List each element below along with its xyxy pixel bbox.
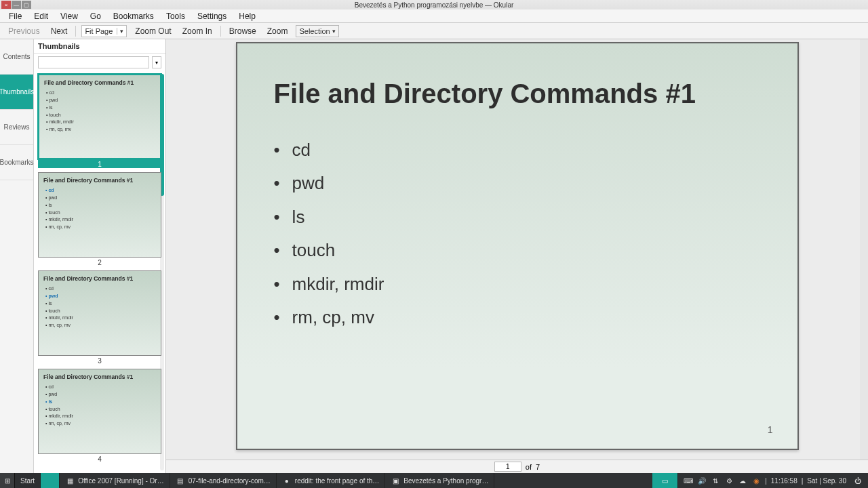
- taskbar: ⊞ Start ▦Office 2007 [Running] - Or… ▤07…: [0, 473, 868, 488]
- thumb-bullet: touch: [45, 308, 156, 315]
- page-bullet: rm, cp, mv: [274, 301, 761, 334]
- page: File and Directory Commands #1 cdpwdlsto…: [236, 42, 799, 450]
- thumb-bullet: pwd: [45, 195, 156, 202]
- browser-icon: ●: [282, 476, 292, 485]
- minimize-icon[interactable]: —: [12, 1, 21, 9]
- selection-combo[interactable]: Selection ▾: [296, 25, 338, 37]
- thumb-page-number: 3: [38, 356, 161, 365]
- thumbnails-filter-input[interactable]: [38, 56, 149, 68]
- close-icon[interactable]: ×: [1, 1, 11, 9]
- task-desktop[interactable]: [41, 473, 60, 488]
- thumb-title: File and Directory Commands #1: [43, 373, 156, 380]
- keyboard-icon[interactable]: ⌨: [684, 476, 693, 485]
- thumb-bullet: cd: [45, 187, 156, 195]
- thumb-bullet: rm, cp, mv: [46, 126, 155, 134]
- separator: [220, 26, 221, 37]
- thumb-bullet: ls: [45, 399, 156, 406]
- menu-view[interactable]: View: [54, 10, 84, 22]
- zoom-in-button[interactable]: Zoom In: [177, 25, 218, 37]
- page-number-indicator: 1: [768, 424, 773, 435]
- thumb-bullet: touch: [45, 406, 156, 413]
- menu-file[interactable]: File: [3, 10, 28, 22]
- thumbnail[interactable]: File and Directory Commands #1cdpwdlstou…: [38, 172, 161, 266]
- thumb-bullet: rm, cp, mv: [45, 322, 156, 329]
- network-icon[interactable]: ⇅: [711, 476, 720, 485]
- task-label: reddit: the front page of th…: [295, 477, 380, 485]
- menu-tools[interactable]: Tools: [160, 10, 191, 22]
- thumb-bullet: pwd: [45, 293, 156, 300]
- sidebar-tab-thumbnails[interactable]: Thumbnails: [0, 75, 33, 110]
- apps-icon[interactable]: ⊞: [0, 473, 15, 488]
- total-pages: 7: [536, 463, 540, 471]
- thumb-page-number: 1: [38, 159, 161, 168]
- thumb-bullet: ls: [45, 300, 156, 308]
- zoom-out-button[interactable]: Zoom Out: [130, 25, 176, 37]
- app-icon: ▦: [65, 476, 75, 485]
- main-area: Contents Thumbnails Reviews Bookmarks Th…: [0, 39, 868, 473]
- task-label: Office 2007 [Running] - Or…: [78, 477, 164, 485]
- date[interactable]: Sat | Sep. 30: [807, 477, 846, 485]
- thumb-bullet: pwd: [45, 391, 156, 399]
- document-scroll[interactable]: File and Directory Commands #1 cdpwdlsto…: [166, 39, 868, 460]
- menu-go[interactable]: Go: [84, 10, 107, 22]
- menubar: File Edit View Go Bookmarks Tools Settin…: [0, 9, 868, 23]
- thumb-bullet: cd: [45, 384, 156, 391]
- pdf-icon: ▤: [176, 476, 185, 485]
- system-tray: ⌨ 🔊 ⇅ ⚙ ☁ ◉ | 11:16:58 | Sat | Sep. 30 ⏻: [678, 476, 868, 485]
- maximize-icon[interactable]: ▢: [22, 1, 31, 9]
- page-bullet: mkdir, rmdir: [274, 268, 761, 301]
- thumb-bullet: mkdir, rmdir: [45, 314, 156, 322]
- sidebar-tab-contents[interactable]: Contents: [0, 39, 33, 75]
- thumbnail[interactable]: File and Directory Commands #1cdpwdlstou…: [38, 369, 161, 463]
- menu-settings[interactable]: Settings: [191, 10, 233, 22]
- settings-icon[interactable]: ⚙: [724, 476, 734, 485]
- start-button[interactable]: Start: [15, 473, 41, 488]
- next-button[interactable]: Next: [45, 25, 73, 37]
- clock[interactable]: 11:16:58: [771, 477, 797, 485]
- titlebar: × — ▢ Bevezetés a Python programozási ny…: [0, 0, 868, 9]
- task-item[interactable]: ▤07-file-and-directory-com…: [170, 473, 277, 488]
- thumbnails-list[interactable]: File and Directory Commands #1cdpwdlstou…: [34, 71, 165, 473]
- task-item[interactable]: ●reddit: the front page of th…: [277, 473, 386, 488]
- thumbnail[interactable]: File and Directory Commands #1cdpwdlstou…: [38, 74, 161, 168]
- tray-sep: |: [802, 477, 804, 485]
- zoom-fit-label: Fit Page: [85, 27, 113, 35]
- thumb-title: File and Directory Commands #1: [44, 79, 155, 86]
- task-label: Bevezetés a Python progr…: [403, 477, 488, 485]
- thumb-bullet: ls: [45, 202, 156, 209]
- menu-help[interactable]: Help: [233, 10, 262, 22]
- thumb-bullet: pwd: [46, 97, 155, 104]
- vertical-scrollbar[interactable]: [860, 39, 868, 460]
- current-page-input[interactable]: [494, 462, 521, 472]
- zoom-button[interactable]: Zoom: [262, 25, 294, 37]
- sidebar-tab-bookmarks[interactable]: Bookmarks: [0, 145, 33, 180]
- power-icon[interactable]: ⏻: [853, 476, 863, 485]
- menu-bookmarks[interactable]: Bookmarks: [107, 10, 160, 22]
- chevron-down-icon[interactable]: ▾: [332, 28, 336, 35]
- page-bullet: touch: [274, 234, 761, 267]
- task-item[interactable]: ▣Bevezetés a Python progr…: [385, 473, 494, 488]
- window-title: Bevezetés a Python programozási nyelvbe …: [355, 1, 514, 9]
- thumb-bullet: touch: [45, 209, 156, 217]
- sidebar-tab-reviews[interactable]: Reviews: [0, 110, 33, 145]
- zoom-fit-combo[interactable]: Fit Page ▾: [81, 25, 127, 37]
- task-item[interactable]: ▦Office 2007 [Running] - Or…: [60, 473, 170, 488]
- volume-icon[interactable]: 🔊: [697, 476, 707, 485]
- browser-tray-icon[interactable]: ◉: [751, 476, 761, 485]
- chevron-down-icon[interactable]: ▾: [117, 28, 123, 35]
- separator: [75, 26, 76, 37]
- thumb-bullet: mkdir, rmdir: [45, 216, 156, 224]
- cloud-icon[interactable]: ☁: [738, 476, 747, 485]
- browse-button[interactable]: Browse: [224, 25, 262, 37]
- thumb-bullet: touch: [46, 112, 155, 119]
- thumbnail[interactable]: File and Directory Commands #1cdpwdlstou…: [38, 270, 161, 365]
- thumbnails-panel: Thumbnails ▾ File and Directory Commands…: [34, 39, 166, 473]
- previous-button[interactable]: Previous: [3, 25, 45, 37]
- chevron-down-icon[interactable]: ▾: [152, 56, 161, 68]
- page-bullet: pwd: [274, 167, 761, 200]
- thumbnails-header: Thumbnails: [34, 39, 165, 54]
- page-bullet: cd: [274, 134, 761, 167]
- menu-edit[interactable]: Edit: [28, 10, 54, 22]
- thumb-bullet: mkdir, rmdir: [46, 119, 155, 126]
- task-active-app[interactable]: ▭: [652, 473, 678, 488]
